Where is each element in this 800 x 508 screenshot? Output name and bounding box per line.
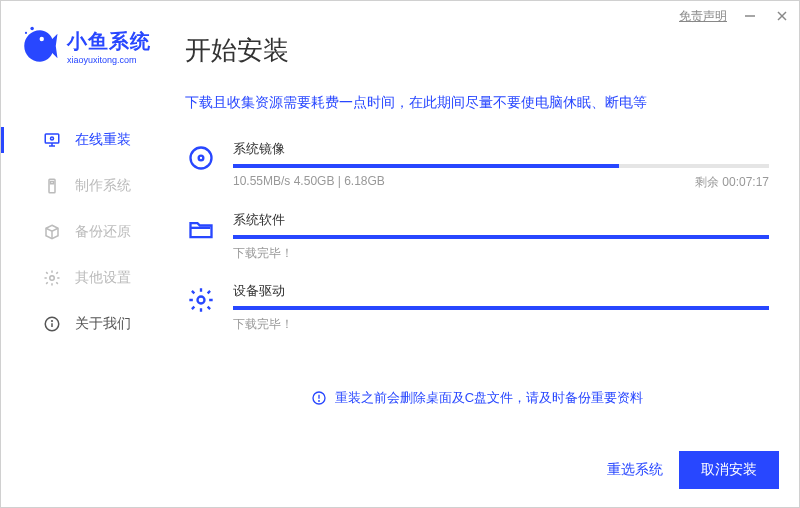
nav-backup-restore[interactable]: 备份还原 (1, 209, 161, 255)
monitor-icon (43, 131, 61, 149)
nav-label: 关于我们 (75, 315, 131, 333)
page-title: 开始安装 (185, 33, 769, 68)
progress-meta-left: 下载完毕！ (233, 245, 293, 262)
nav: 在线重装 制作系统 备份还原 (1, 117, 161, 347)
nav-about-us[interactable]: 关于我们 (1, 301, 161, 347)
progress-fill (233, 164, 619, 168)
progress-system-software: 系统软件 下载完毕！ (185, 211, 769, 262)
cancel-install-button[interactable]: 取消安装 (679, 451, 779, 489)
progress-bar (233, 235, 769, 239)
minimize-icon (744, 10, 756, 22)
svg-rect-6 (45, 134, 59, 143)
footer: 重选系统 取消安装 (1, 451, 799, 507)
svg-rect-11 (51, 182, 54, 184)
svg-point-3 (40, 37, 44, 41)
svg-point-5 (25, 32, 27, 34)
close-button[interactable] (773, 7, 791, 25)
progress-device-drivers: 设备驱动 下载完毕！ (185, 282, 769, 333)
close-icon (776, 10, 788, 22)
nav-label: 制作系统 (75, 177, 131, 195)
progress-meta-left: 10.55MB/s 4.50GB | 6.18GB (233, 174, 385, 191)
svg-point-17 (191, 148, 212, 169)
app-window: { "titlebar": { "disclaimer": "免责声明" }, … (0, 0, 800, 508)
nav-online-reinstall[interactable]: 在线重装 (1, 117, 161, 163)
reselect-system-button[interactable]: 重选系统 (607, 461, 663, 479)
cube-icon (43, 223, 61, 241)
content-area: 小鱼系统 xiaoyuxitong.com 在线重装 制作系统 (1, 31, 799, 451)
logo-subtitle: xiaoyuxitong.com (67, 55, 151, 65)
progress-meta-left: 下载完毕！ (233, 316, 293, 333)
svg-point-9 (51, 137, 54, 140)
sidebar: 小鱼系统 xiaoyuxitong.com 在线重装 制作系统 (1, 31, 161, 451)
disclaimer-link[interactable]: 免责声明 (679, 8, 727, 25)
warning-row: 重装之前会删除桌面及C盘文件，请及时备份重要资料 (185, 389, 769, 407)
svg-point-19 (198, 297, 205, 304)
progress-fill (233, 306, 769, 310)
progress-fill (233, 235, 769, 239)
nav-label: 在线重装 (75, 131, 131, 149)
svg-point-16 (52, 321, 53, 322)
nav-label: 其他设置 (75, 269, 131, 287)
main-panel: 开始安装 下载且收集资源需要耗费一点时间，在此期间尽量不要使电脑休眠、断电等 系… (161, 31, 799, 451)
progress-bar (233, 306, 769, 310)
folder-icon (185, 213, 217, 245)
warning-text: 重装之前会删除桌面及C盘文件，请及时备份重要资料 (335, 389, 643, 407)
svg-point-4 (30, 27, 34, 31)
progress-label: 系统镜像 (233, 140, 769, 158)
progress-bar (233, 164, 769, 168)
info-icon (43, 315, 61, 333)
progress-meta-right: 剩余 00:07:17 (695, 174, 769, 191)
svg-point-22 (318, 401, 319, 402)
usb-icon (43, 177, 61, 195)
progress-system-image: 系统镜像 10.55MB/s 4.50GB | 6.18GB 剩余 00:07:… (185, 140, 769, 191)
minimize-button[interactable] (741, 7, 759, 25)
fish-logo-icon (19, 25, 61, 67)
gear-icon (185, 284, 217, 316)
tip-text: 下载且收集资源需要耗费一点时间，在此期间尽量不要使电脑休眠、断电等 (185, 94, 769, 112)
gear-icon (43, 269, 61, 287)
svg-point-13 (50, 276, 55, 281)
logo: 小鱼系统 xiaoyuxitong.com (1, 25, 161, 87)
warning-icon (311, 390, 327, 406)
nav-label: 备份还原 (75, 223, 131, 241)
disc-icon (185, 142, 217, 174)
progress-label: 设备驱动 (233, 282, 769, 300)
nav-make-system[interactable]: 制作系统 (1, 163, 161, 209)
logo-title: 小鱼系统 (67, 28, 151, 55)
progress-label: 系统软件 (233, 211, 769, 229)
nav-other-settings[interactable]: 其他设置 (1, 255, 161, 301)
svg-point-18 (199, 156, 204, 161)
